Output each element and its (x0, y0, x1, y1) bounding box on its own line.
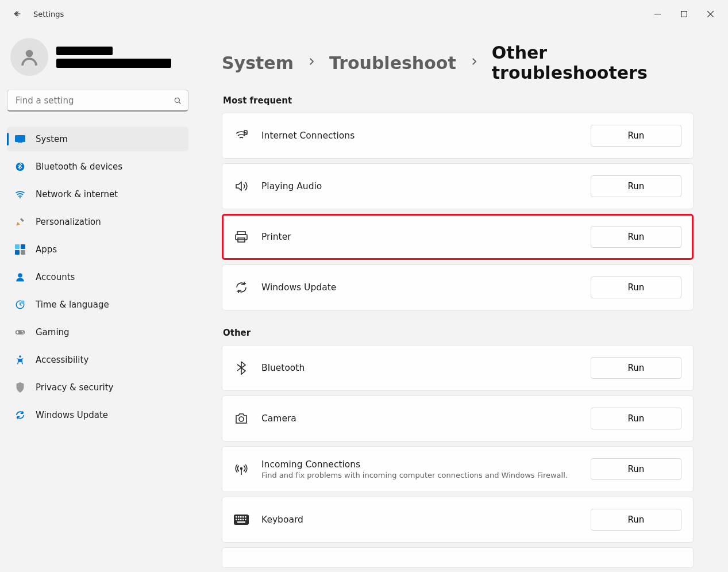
svg-rect-26 (238, 516, 240, 518)
sidebar-item-personalization[interactable]: Personalization (7, 210, 188, 234)
card-label: Windows Update (261, 282, 578, 293)
chevron-right-icon (469, 56, 479, 69)
card-label: Incoming Connections (261, 459, 578, 470)
sidebar-item-winupdate[interactable]: Windows Update (7, 403, 188, 427)
card-label: Keyboard (261, 515, 578, 525)
profile-email-redacted (56, 59, 171, 68)
search-box[interactable] (7, 90, 188, 112)
apps-icon (15, 244, 25, 255)
sidebar-item-label: Personalization (36, 217, 101, 227)
svg-rect-31 (238, 519, 240, 521)
sidebar-item-bluetooth[interactable]: Bluetooth & devices (7, 155, 188, 179)
breadcrumb-item[interactable]: Troubleshoot (329, 53, 456, 73)
svg-rect-8 (21, 244, 25, 249)
run-button-camera[interactable]: Run (591, 408, 681, 429)
svg-rect-33 (242, 519, 244, 521)
gaming-icon (15, 327, 25, 337)
svg-rect-9 (15, 250, 20, 255)
run-button-audio[interactable]: Run (591, 175, 681, 197)
svg-rect-0 (681, 11, 687, 17)
svg-point-11 (18, 273, 22, 278)
svg-rect-29 (245, 516, 246, 518)
sidebar-nav: System Bluetooth & devices Network & int… (0, 123, 195, 431)
troubleshooter-bluetooth: Bluetooth Run (222, 345, 694, 391)
svg-point-22 (239, 417, 244, 421)
troubleshooter-next-partial (222, 547, 694, 568)
title-bar: Settings (0, 0, 728, 28)
speaker-icon (234, 180, 249, 193)
antenna-icon (234, 463, 249, 475)
breadcrumb-item[interactable]: System (222, 53, 294, 73)
system-icon (15, 134, 25, 144)
svg-rect-4 (18, 143, 22, 144)
sidebar-item-time[interactable]: Time & language (7, 293, 188, 317)
svg-rect-7 (15, 244, 20, 249)
avatar (10, 38, 48, 76)
breadcrumb: System Troubleshoot Other troubleshooter… (222, 43, 694, 83)
section-title-other: Other (223, 328, 694, 338)
sidebar-item-label: Bluetooth & devices (36, 162, 122, 172)
maximize-button[interactable] (671, 5, 697, 23)
bluetooth-outline-icon (234, 361, 249, 375)
sidebar-item-label: Time & language (36, 300, 109, 310)
run-button-incoming[interactable]: Run (591, 458, 681, 480)
troubleshooter-keyboard: Keyboard Run (222, 497, 694, 543)
svg-rect-3 (15, 135, 25, 142)
maximize-icon (681, 11, 687, 17)
svg-rect-20 (236, 235, 247, 240)
sidebar-item-apps[interactable]: Apps (7, 237, 188, 262)
svg-rect-32 (240, 519, 242, 521)
breadcrumb-current: Other troubleshooters (492, 43, 694, 83)
profile-name-redacted (56, 47, 113, 55)
run-button-bluetooth[interactable]: Run (591, 357, 681, 379)
sidebar-item-network[interactable]: Network & internet (7, 182, 188, 206)
sidebar-item-label: Privacy & security (36, 382, 113, 393)
troubleshooter-printer: Printer Run (222, 214, 694, 260)
profile-block[interactable] (0, 28, 195, 90)
run-button-winupdate[interactable]: Run (591, 277, 681, 298)
run-button-internet[interactable]: Run (591, 125, 681, 147)
window-title: Settings (33, 10, 64, 18)
troubleshooter-camera: Camera Run (222, 396, 694, 442)
run-button-printer[interactable]: Run (591, 226, 681, 248)
svg-point-1 (26, 50, 33, 57)
minimize-button[interactable] (644, 5, 671, 23)
sidebar-item-label: Windows Update (36, 410, 108, 420)
sidebar-item-accounts[interactable]: Accounts (7, 265, 188, 289)
sidebar-item-accessibility[interactable]: Accessibility (7, 348, 188, 372)
time-icon (15, 300, 25, 310)
profile-text (56, 47, 171, 68)
search-input[interactable] (14, 95, 173, 106)
keyboard-icon (234, 515, 249, 525)
main-content: System Troubleshoot Other troubleshooter… (195, 28, 728, 572)
camera-icon (234, 413, 249, 424)
card-label: Camera (261, 413, 578, 424)
sidebar-item-label: Accounts (36, 272, 75, 282)
run-button-keyboard[interactable]: Run (591, 509, 681, 531)
wifi-diag-icon (234, 129, 249, 142)
network-icon (15, 189, 25, 199)
arrow-left-icon (13, 9, 22, 18)
svg-rect-25 (236, 516, 237, 518)
person-icon (19, 47, 40, 67)
cards-other: Bluetooth Run Camera Run Incoming Connec… (222, 345, 694, 568)
cards-frequent: Internet Connections Run Playing Audio R… (222, 113, 694, 310)
card-label: Internet Connections (261, 130, 578, 141)
troubleshooter-winupdate: Windows Update Run (222, 264, 694, 310)
sidebar-item-system[interactable]: System (7, 127, 188, 151)
svg-rect-28 (242, 516, 244, 518)
sidebar-item-gaming[interactable]: Gaming (7, 320, 188, 344)
sidebar-item-label: System (36, 134, 68, 144)
back-button[interactable] (8, 5, 26, 23)
svg-point-6 (20, 197, 21, 198)
troubleshooter-incoming: Incoming Connections Find and fix proble… (222, 446, 694, 492)
search-icon (173, 96, 182, 105)
svg-rect-27 (240, 516, 242, 518)
card-label: Bluetooth (261, 363, 578, 373)
sidebar-item-privacy[interactable]: Privacy & security (7, 375, 188, 400)
personalization-icon (15, 217, 25, 227)
sidebar-item-label: Gaming (36, 327, 70, 337)
close-button[interactable] (697, 5, 723, 23)
svg-rect-35 (237, 521, 245, 523)
minimize-icon (654, 11, 661, 17)
